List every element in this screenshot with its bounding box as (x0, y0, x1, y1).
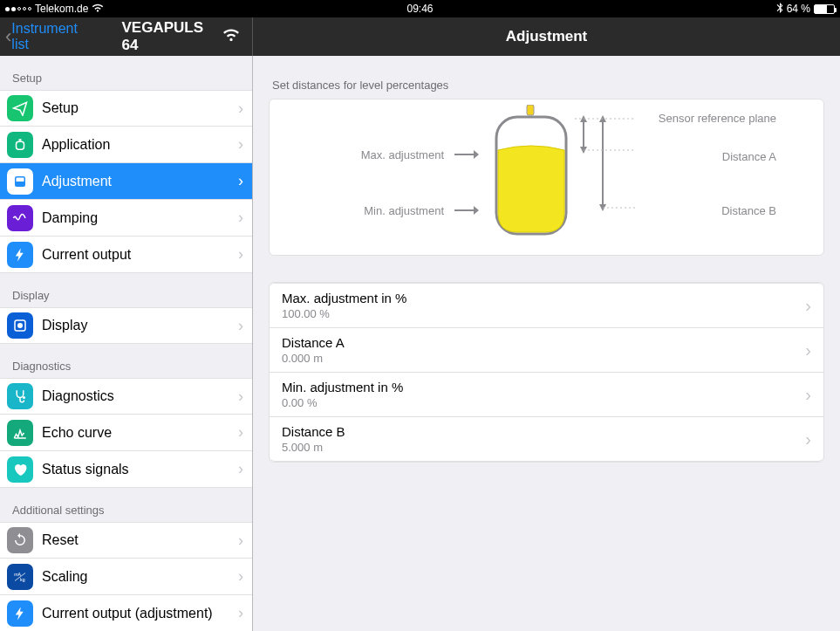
chevron-right-icon: › (238, 423, 243, 442)
status-left: Telekom.de (5, 3, 104, 15)
chevron-right-icon: › (238, 604, 243, 622)
section-header: Set distances for level percentages (269, 68, 824, 99)
sidebar-item-label: Scaling (42, 569, 87, 585)
sidebar-item-label: Current output (adjustment) (42, 606, 213, 621)
back-button[interactable]: Instrument list (11, 21, 97, 52)
row-title: Max. adjustment in % (282, 291, 406, 305)
sidebar-item-label: Reset (42, 532, 79, 548)
sidebar-item-status-signals[interactable]: Status signals › (0, 451, 252, 488)
adjustment-icon (7, 168, 33, 195)
row-value: 5.000 m (282, 441, 345, 454)
wave-icon (7, 205, 33, 231)
svg-marker-11 (474, 150, 479, 159)
row-value: 0.000 m (282, 352, 345, 365)
row-distance-b[interactable]: Distance B 5.000 m › (270, 417, 823, 462)
signal-dots-icon (5, 7, 31, 11)
row-value: 100.00 % (282, 307, 406, 320)
chevron-right-icon: › (238, 99, 243, 118)
label-distance-a: Distance A (722, 150, 776, 163)
svg-text:kg: kg (20, 576, 25, 581)
reset-icon (7, 527, 33, 553)
clock-label: 09:46 (0, 3, 840, 15)
chevron-right-icon: › (238, 567, 243, 586)
sidebar-item-reset[interactable]: Reset › (0, 522, 252, 559)
sidebar-item-adjustment[interactable]: Adjustment › (0, 163, 252, 200)
sidebar-item-label: Diagnostics (42, 388, 114, 404)
page-title: Adjustment (253, 28, 840, 45)
svg-rect-14 (527, 105, 534, 115)
chevron-right-icon: › (238, 317, 243, 335)
battery-percent-label: 64 % (787, 3, 810, 15)
bluetooth-icon (776, 3, 783, 16)
sidebar-item-scaling[interactable]: mAkg Scaling › (0, 559, 252, 595)
svg-point-6 (23, 396, 25, 399)
detail-pane: Set distances for level percentages Sens… (253, 56, 840, 631)
back-chevron-icon[interactable]: ‹ (5, 27, 11, 46)
sidebar-item-label: Setup (42, 100, 79, 116)
device-wifi-icon[interactable] (222, 28, 240, 45)
sidebar-item-display[interactable]: Display › (0, 307, 252, 344)
svg-marker-13 (474, 206, 479, 215)
chevron-right-icon: › (238, 209, 243, 227)
row-title: Distance A (282, 335, 345, 350)
sidebar-item-diagnostics[interactable]: Diagnostics › (0, 378, 252, 415)
paper-plane-icon (7, 95, 33, 121)
device-title: VEGAPULS 64 (122, 19, 223, 54)
sidebar-item-label: Current output (42, 247, 131, 263)
sidebar-item-current-output[interactable]: Current output › (0, 237, 252, 273)
sidebar-item-damping[interactable]: Damping › (0, 200, 252, 237)
sidebar-item-setup[interactable]: Setup › (0, 90, 252, 127)
group-header-setup: Setup (0, 56, 252, 90)
tank-icon (7, 132, 33, 158)
status-bar: Telekom.de 09:46 64 % (0, 0, 840, 17)
group-header-diagnostics: Diagnostics (0, 344, 252, 378)
svg-rect-0 (17, 141, 24, 149)
status-right: 64 % (776, 3, 835, 16)
display-icon (7, 312, 33, 339)
chevron-right-icon: › (805, 340, 811, 360)
sidebar-item-label: Display (42, 318, 87, 333)
chevron-right-icon: › (805, 296, 811, 316)
tank-diagram-icon (488, 105, 697, 244)
svg-rect-1 (19, 139, 22, 141)
sidebar-item-label: Application (42, 137, 110, 153)
sidebar-item-label: Status signals (42, 462, 129, 477)
settings-list: Max. adjustment in % 100.00 % › Distance… (269, 282, 824, 463)
arrow-right-icon (453, 204, 479, 220)
svg-point-5 (17, 323, 23, 328)
group-header-additional: Additional settings (0, 488, 252, 522)
row-title: Min. adjustment in % (282, 380, 403, 394)
group-header-display: Display (0, 273, 252, 307)
chevron-right-icon: › (238, 245, 243, 264)
label-distance-b: Distance B (721, 204, 776, 217)
bolt-icon (7, 242, 33, 268)
battery-icon (814, 4, 835, 14)
nav-bar: ‹ Instrument list VEGAPULS 64 Adjustment (0, 17, 840, 56)
sidebar: Setup Setup › Application › Adjustment › (0, 56, 253, 631)
chevron-right-icon: › (238, 135, 243, 154)
label-max-adj: Max. adjustment (339, 148, 444, 161)
carrier-label: Telekom.de (35, 3, 88, 15)
chevron-right-icon: › (238, 172, 243, 190)
chevron-right-icon: › (238, 388, 243, 406)
svg-text:mA: mA (14, 571, 21, 576)
chevron-right-icon: › (805, 429, 811, 449)
row-value: 0.00 % (282, 396, 403, 409)
chevron-right-icon: › (805, 385, 811, 405)
graph-icon (7, 420, 33, 446)
sidebar-item-label: Adjustment (42, 174, 112, 189)
scaling-icon: mAkg (7, 564, 33, 590)
bolt-icon (7, 600, 33, 627)
row-min-adjustment[interactable]: Min. adjustment in % 0.00 % › (270, 373, 823, 417)
row-max-adjustment[interactable]: Max. adjustment in % 100.00 % › (270, 283, 823, 328)
stethoscope-icon (7, 383, 33, 409)
row-distance-a[interactable]: Distance A 0.000 m › (270, 328, 823, 373)
label-min-adj: Min. adjustment (339, 204, 444, 217)
chevron-right-icon: › (238, 460, 243, 478)
chevron-right-icon: › (238, 532, 243, 550)
sidebar-item-echo-curve[interactable]: Echo curve › (0, 415, 252, 451)
sidebar-item-label: Damping (42, 210, 98, 226)
sidebar-item-current-output-adj[interactable]: Current output (adjustment) › (0, 595, 252, 631)
sidebar-item-application[interactable]: Application › (0, 127, 252, 163)
diagram-card: Sensor reference plane Max. adjustment M… (269, 99, 824, 256)
